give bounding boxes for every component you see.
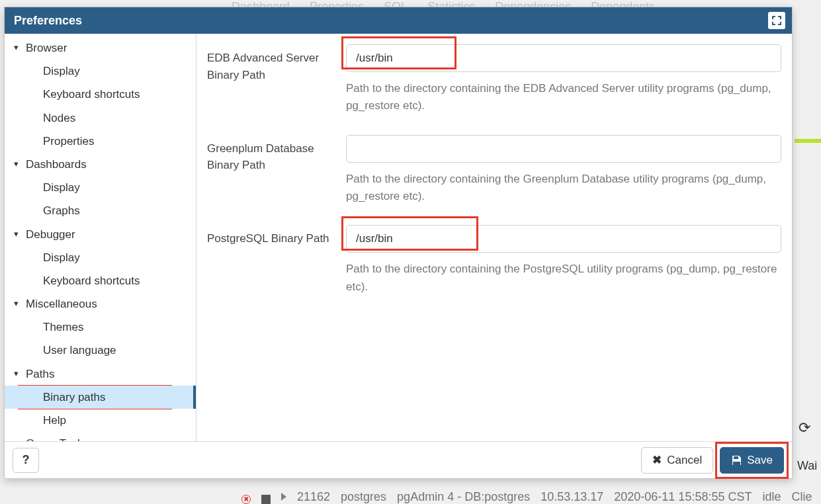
- maximize-button[interactable]: [768, 12, 785, 29]
- tree-item-browser-properties[interactable]: Properties: [5, 130, 196, 153]
- background-chart: [795, 79, 821, 212]
- postgresql-help-text: Path to the directory containing the Pos…: [346, 261, 781, 296]
- postgresql-path-label: PostgreSQL Binary Path: [207, 225, 346, 296]
- tree-group-querytool[interactable]: ▾ Query Tool: [5, 432, 196, 441]
- greenplum-binary-path-input[interactable]: [346, 135, 781, 163]
- background-wait-text: Wai: [797, 459, 821, 473]
- edb-binary-path-input[interactable]: [346, 44, 781, 72]
- edb-path-label: EDB Advanced Server Binary Path: [207, 44, 346, 115]
- preferences-content: EDB Advanced Server Binary Path Path to …: [196, 34, 792, 441]
- cancel-button[interactable]: ✖ Cancel: [641, 447, 713, 474]
- postgresql-binary-path-input[interactable]: [346, 225, 781, 253]
- close-icon: ✖: [652, 453, 662, 467]
- chevron-down-icon: ▾: [14, 41, 22, 55]
- greenplum-help-text: Path to the directory containing the Gre…: [346, 171, 781, 206]
- chevron-down-icon: ▾: [14, 228, 22, 241]
- background-tabs: Dashboard Properties SQL Statistics Depe…: [218, 0, 821, 7]
- tree-group-debugger[interactable]: ▾ Debugger: [5, 223, 196, 246]
- stop-icon: [261, 495, 271, 504]
- preferences-sidebar[interactable]: ▾ Browser Display Keyboard shortcuts Nod…: [5, 34, 196, 441]
- tree-item-paths-binary[interactable]: Binary paths: [5, 386, 196, 409]
- tree-group-browser[interactable]: ▾ Browser: [5, 36, 196, 60]
- dialog-title: Preferences: [14, 14, 82, 28]
- greenplum-path-label: Greenplum Database Binary Path: [207, 135, 346, 206]
- chevron-down-icon: ▾: [14, 157, 22, 171]
- tree-item-dashboards-display[interactable]: Display: [5, 176, 196, 199]
- tree-item-debugger-display[interactable]: Display: [5, 246, 196, 269]
- tree-group-dashboards[interactable]: ▾ Dashboards: [5, 153, 196, 176]
- tree-item-browser-keyboard[interactable]: Keyboard shortcuts: [5, 83, 196, 106]
- tree-item-dashboards-graphs[interactable]: Graphs: [5, 199, 196, 222]
- preferences-dialog: Preferences ▾ Browser Display Keyboard s…: [4, 7, 793, 479]
- dialog-footer: ? ✖ Cancel Save: [5, 441, 792, 478]
- refresh-icon[interactable]: ⟳: [799, 419, 810, 437]
- error-icon: ✖: [241, 495, 251, 504]
- dialog-header: Preferences: [5, 7, 792, 34]
- tree-group-paths[interactable]: ▾ Paths: [5, 362, 196, 386]
- tree-item-misc-themes[interactable]: Themes: [5, 315, 196, 339]
- expand-icon: [771, 15, 782, 26]
- tree-item-browser-nodes[interactable]: Nodes: [5, 106, 196, 130]
- save-icon: [731, 455, 742, 466]
- play-icon: [281, 491, 286, 504]
- background-session-row: ✖ 21162 postgres pgAdmin 4 - DB:postgres…: [0, 491, 821, 504]
- tree-item-misc-language[interactable]: User language: [5, 339, 196, 362]
- edb-help-text: Path to the directory containing the EDB…: [346, 80, 781, 115]
- chevron-down-icon: ▾: [14, 297, 22, 311]
- tree-item-paths-help[interactable]: Help: [5, 409, 196, 432]
- save-button[interactable]: Save: [720, 447, 784, 474]
- tree-group-miscellaneous[interactable]: ▾ Miscellaneous: [5, 292, 196, 315]
- cancel-label: Cancel: [667, 454, 702, 467]
- tree-item-debugger-keyboard[interactable]: Keyboard shortcuts: [5, 269, 196, 292]
- chevron-down-icon: ▾: [14, 367, 22, 381]
- tree-item-browser-display[interactable]: Display: [5, 60, 196, 83]
- save-label: Save: [747, 454, 773, 467]
- help-button[interactable]: ?: [13, 448, 39, 473]
- chevron-down-icon: ▾: [14, 437, 22, 441]
